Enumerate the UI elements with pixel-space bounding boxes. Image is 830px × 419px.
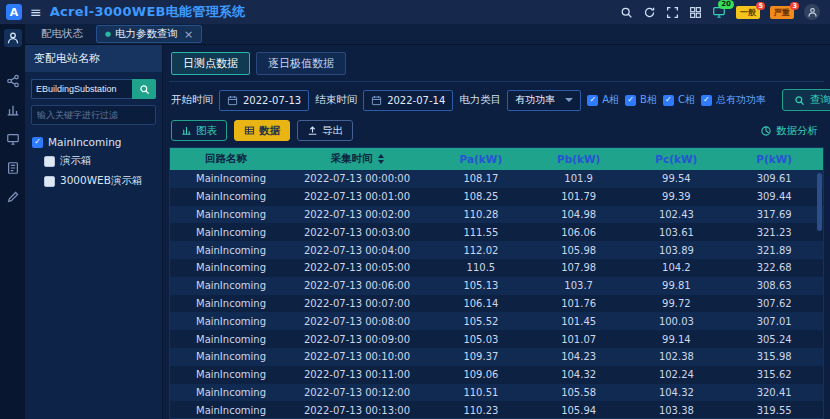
table-row[interactable]: MainIncoming2022-07-13 00:08:00105.52101… [170,312,823,330]
checkbox-checked-icon: ✓ [701,95,712,106]
column-header-pa: Pa(kW) [432,153,530,165]
table-scrollbar[interactable] [817,173,822,231]
topbar-tools: 20 一般5 严重3 [620,4,820,20]
phase-c-checkbox[interactable]: ✓C相 [663,93,695,107]
table-cell: 102.38 [628,351,726,362]
chart-view-button[interactable]: 图表 [171,120,227,141]
total-active-power-checkbox[interactable]: ✓总有功功率 [701,93,766,107]
substation-search-button[interactable] [132,79,156,99]
table-cell: 102.43 [628,209,726,220]
upload-icon [307,125,318,136]
table-cell: 101.07 [530,334,628,345]
checkbox-checked-icon[interactable]: ✓ [32,137,43,148]
substation-search-input[interactable] [31,79,132,99]
main-content: 日测点数据 逐日极值数据 开始时间 2022-07-13 结束时间 [163,45,830,419]
table-row[interactable]: MainIncoming2022-07-13 00:05:00110.5107.… [170,259,823,277]
table-cell: 107.98 [530,262,628,273]
checkbox-unchecked-icon[interactable] [44,176,55,187]
checkbox-unchecked-icon[interactable] [44,156,55,167]
action-bar: 图表 数据 导出 [169,115,824,147]
table-cell: 305.24 [725,334,823,345]
table-row[interactable]: MainIncoming2022-07-13 00:07:00106.14101… [170,295,823,313]
query-button[interactable]: 查询 [782,89,830,111]
column-header-collect-time[interactable]: 采集时间 [282,152,432,166]
view-tab-power-parameter-query[interactable]: ● 电力参数查询 × [96,25,202,43]
table-cell: 99.14 [628,334,726,345]
table-cell: MainIncoming [170,209,282,220]
sidebar-user-icon[interactable] [4,29,22,47]
sidebar-bar-chart-icon[interactable] [4,101,22,119]
circuit-tree: ✓ MainIncoming 演示箱 3000WEB演示箱 [25,131,162,193]
power-category-value: 有功功率 [515,93,555,107]
table-row[interactable]: MainIncoming2022-07-13 00:02:00110.28104… [170,206,823,224]
end-time-label: 结束时间 [315,93,357,107]
table-cell: MainIncoming [170,280,282,291]
table-cell: 104.2 [628,262,726,273]
sidebar-diagram-icon[interactable] [4,72,22,90]
table-row[interactable]: MainIncoming2022-07-13 00:12:00110.51105… [170,384,823,402]
table-row[interactable]: MainIncoming2022-07-13 00:13:00110.23105… [170,401,823,418]
main-frame: 配电状态 ● 电力参数查询 × 变配电站名称 [0,24,830,419]
data-analysis-label: 数据分析 [776,124,818,138]
table-cell: 99.39 [628,191,726,202]
calendar-icon [371,95,382,106]
table-row[interactable]: MainIncoming2022-07-13 00:10:00109.37104… [170,348,823,366]
start-date-input[interactable]: 2022-07-13 [219,90,309,111]
tree-item-demo-box[interactable]: 演示箱 [29,151,158,171]
table-cell: 99.54 [628,173,726,184]
app-title: Acrel-3000WEB电能管理系统 [50,3,246,21]
tab-daily-point-data[interactable]: 日测点数据 [171,52,250,75]
phase-b-checkbox[interactable]: ✓B相 [625,93,657,107]
user-avatar[interactable] [804,4,820,20]
alarm-monitor-icon[interactable]: 20 [712,5,726,19]
view-tab-distribution-status[interactable]: 配电状态 [33,26,91,42]
close-tab-icon[interactable]: × [184,29,193,40]
table-cell: 2022-07-13 00:13:00 [282,405,432,416]
search-icon[interactable] [620,6,633,19]
table-cell: 307.62 [725,298,823,309]
tree-item-mainincoming[interactable]: ✓ MainIncoming [29,133,158,151]
sidebar-edit-icon[interactable] [4,188,22,206]
column-header-p: P(kW) [725,153,823,165]
table-cell: 2022-07-13 00:11:00 [282,369,432,380]
table-row[interactable]: MainIncoming2022-07-13 00:00:00108.17101… [170,170,823,188]
view-tabbar: 配电状态 ● 电力参数查询 × [25,24,830,45]
sidebar-document-icon[interactable] [4,159,22,177]
phase-a-checkbox[interactable]: ✓A相 [587,93,619,107]
layout-grid-icon[interactable] [689,6,702,19]
table-row[interactable]: MainIncoming2022-07-13 00:04:00112.02105… [170,241,823,259]
table-cell: MainIncoming [170,262,282,273]
warn-level-badge[interactable]: 一般5 [736,6,760,19]
severe-level-badge[interactable]: 严重3 [770,6,794,19]
table-row[interactable]: MainIncoming2022-07-13 00:11:00109.06104… [170,366,823,384]
severe-badge-label: 严重 [774,8,790,17]
power-category-select[interactable]: 有功功率 [507,90,581,111]
menu-toggle-icon[interactable]: ≡ [30,5,42,19]
table-row[interactable]: MainIncoming2022-07-13 00:01:00108.25101… [170,188,823,206]
tree-item-3000web-demo-box[interactable]: 3000WEB演示箱 [29,171,158,191]
column-header-circuit-name: 回路名称 [170,152,282,166]
tab-daily-extreme-data[interactable]: 逐日极值数据 [256,52,346,75]
table-cell: 2022-07-13 00:05:00 [282,262,432,273]
end-date-input[interactable]: 2022-07-14 [363,90,453,111]
table-cell: 2022-07-13 00:03:00 [282,227,432,238]
table-cell: MainIncoming [170,173,282,184]
data-analysis-link[interactable]: 数据分析 [760,124,822,138]
substation-panel: 变配电站名称 ✓ MainIncoming [25,45,163,419]
table-row[interactable]: MainIncoming2022-07-13 00:03:00111.55106… [170,223,823,241]
tree-filter-input[interactable] [31,105,156,125]
table-row[interactable]: MainIncoming2022-07-13 00:09:00105.03101… [170,330,823,348]
table-cell: 2022-07-13 00:01:00 [282,191,432,202]
export-button[interactable]: 导出 [297,120,353,141]
table-cell: 319.55 [725,405,823,416]
table-icon [244,125,255,136]
table-cell: 102.24 [628,369,726,380]
data-view-button[interactable]: 数据 [234,120,290,141]
sidebar-monitor-icon[interactable] [4,130,22,148]
refresh-icon[interactable] [643,6,656,19]
sort-icon[interactable] [378,154,384,164]
table-row[interactable]: MainIncoming2022-07-13 00:06:00105.13103… [170,277,823,295]
column-header-pc: Pc(kW) [628,153,726,165]
fullscreen-icon[interactable] [666,6,679,19]
substation-search-row [25,72,162,102]
